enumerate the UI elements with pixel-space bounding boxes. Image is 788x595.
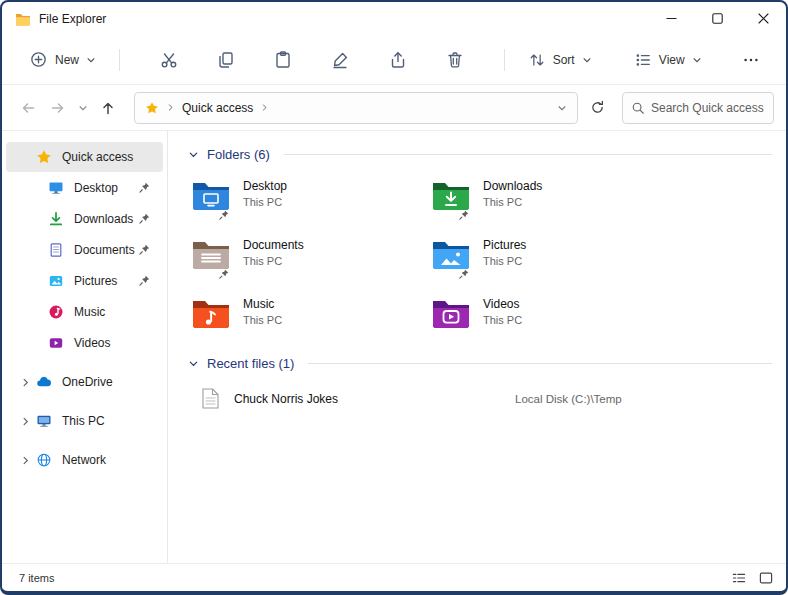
computer-icon — [36, 413, 52, 429]
videos-folder-icon — [431, 296, 471, 330]
sidebar-item-label: Network — [62, 453, 106, 467]
folder-name: Documents — [243, 238, 304, 252]
status-bar: 7 items — [2, 563, 786, 591]
chevron-right-icon — [166, 103, 175, 112]
search-icon — [631, 101, 645, 115]
chevron-right-icon[interactable] — [14, 377, 36, 388]
copy-button[interactable] — [209, 42, 242, 78]
folder-tile-desktop[interactable]: Desktop This PC — [191, 178, 416, 212]
folder-tile-downloads[interactable]: Downloads This PC — [431, 178, 656, 212]
recent-files-group-label: Recent files (1) — [207, 356, 294, 371]
network-globe-icon — [36, 452, 52, 468]
up-button[interactable] — [94, 94, 122, 122]
address-dropdown-chevron[interactable] — [557, 103, 567, 113]
desktop-folder-icon — [191, 178, 231, 212]
delete-button[interactable] — [438, 42, 471, 78]
pin-icon — [138, 274, 151, 287]
text-file-icon — [202, 388, 219, 409]
folder-tile-documents[interactable]: Documents This PC — [191, 237, 416, 271]
folder-tile-music[interactable]: Music This PC — [191, 296, 416, 330]
sidebar-item-this-pc[interactable]: This PC — [6, 406, 163, 436]
folder-tile-videos[interactable]: Videos This PC — [431, 296, 656, 330]
search-box[interactable] — [622, 92, 774, 124]
view-button[interactable]: View — [625, 44, 711, 76]
folder-location: This PC — [483, 314, 522, 326]
plus-circle-icon — [29, 50, 48, 69]
folder-name: Pictures — [483, 238, 526, 252]
breadcrumb-quick-access[interactable]: Quick access — [182, 101, 253, 115]
recent-locations-button[interactable] — [74, 94, 92, 122]
sidebar-item-label: Videos — [74, 336, 110, 350]
pin-icon — [218, 209, 230, 221]
scissors-icon — [159, 50, 179, 70]
pin-icon — [218, 268, 230, 280]
sidebar-item-label: Downloads — [74, 212, 133, 226]
refresh-button[interactable] — [582, 93, 612, 123]
pin-icon — [138, 243, 151, 256]
sidebar-item-documents[interactable]: Documents — [6, 235, 163, 265]
titlebar: File Explorer — [2, 2, 786, 35]
sidebar-item-music[interactable]: Music — [6, 297, 163, 327]
onedrive-cloud-icon — [36, 374, 52, 390]
forward-button[interactable] — [44, 94, 72, 122]
folders-group-label: Folders (6) — [207, 147, 270, 162]
pictures-folder-icon — [431, 237, 471, 271]
folders-group-header[interactable]: Folders (6) — [188, 147, 772, 162]
rename-button[interactable] — [324, 42, 357, 78]
sort-icon — [528, 51, 546, 69]
cut-button[interactable] — [152, 42, 185, 78]
chevron-down-icon — [582, 55, 592, 65]
minimize-button[interactable] — [648, 2, 694, 35]
new-button-label: New — [55, 53, 79, 67]
arrow-left-icon — [20, 100, 36, 116]
chevron-down-icon — [692, 55, 702, 65]
sidebar-item-pictures[interactable]: Pictures — [6, 266, 163, 296]
search-input[interactable] — [651, 101, 769, 115]
share-button[interactable] — [381, 42, 414, 78]
navigation-bar: Quick access — [2, 85, 786, 131]
sidebar-item-quick-access[interactable]: Quick access — [6, 142, 163, 172]
folder-app-icon — [15, 11, 31, 27]
sidebar-item-downloads[interactable]: Downloads — [6, 204, 163, 234]
close-button[interactable] — [740, 2, 786, 35]
quick-access-star-icon — [145, 101, 159, 115]
folder-location: This PC — [483, 196, 542, 208]
downloads-folder-icon — [431, 178, 471, 212]
sidebar-item-label: Documents — [74, 243, 135, 257]
folder-location: This PC — [483, 255, 526, 267]
chevron-down-icon — [86, 55, 96, 65]
pin-icon — [138, 181, 151, 194]
chevron-right-icon[interactable] — [14, 416, 36, 427]
sidebar-item-network[interactable]: Network — [6, 445, 163, 475]
sort-button-label: Sort — [553, 53, 575, 67]
thumbnail-view-button[interactable] — [754, 567, 778, 589]
recent-file-row[interactable]: Chuck Norris Jokes Local Disk (C:)\Temp — [202, 388, 772, 409]
pin-icon — [138, 212, 151, 225]
chevron-down-icon — [78, 103, 88, 113]
folder-tile-pictures[interactable]: Pictures This PC — [431, 237, 656, 271]
address-bar[interactable]: Quick access — [134, 92, 578, 124]
new-button[interactable]: New — [20, 43, 105, 76]
group-divider — [308, 363, 772, 364]
paste-button[interactable] — [267, 42, 300, 78]
ellipsis-icon — [742, 51, 760, 69]
window-title: File Explorer — [39, 12, 106, 26]
maximize-button[interactable] — [694, 2, 740, 35]
more-button[interactable] — [735, 42, 768, 78]
music-folder-icon — [191, 296, 231, 330]
sidebar-item-videos[interactable]: Videos — [6, 328, 163, 358]
details-view-icon — [731, 570, 747, 586]
picture-icon — [48, 273, 64, 289]
recent-files-group-header[interactable]: Recent files (1) — [188, 356, 772, 371]
sidebar-item-label: Pictures — [74, 274, 117, 288]
details-view-button[interactable] — [727, 567, 751, 589]
folders-grid: Desktop This PC Downloads This PC — [191, 178, 772, 330]
chevron-right-icon[interactable] — [14, 455, 36, 466]
star-icon — [36, 149, 52, 165]
sidebar-item-onedrive[interactable]: OneDrive — [6, 367, 163, 397]
sidebar-item-desktop[interactable]: Desktop — [6, 173, 163, 203]
back-button[interactable] — [14, 94, 42, 122]
sort-button[interactable]: Sort — [519, 44, 601, 76]
chevron-down-icon — [188, 149, 199, 160]
thumbnail-view-icon — [758, 570, 774, 586]
